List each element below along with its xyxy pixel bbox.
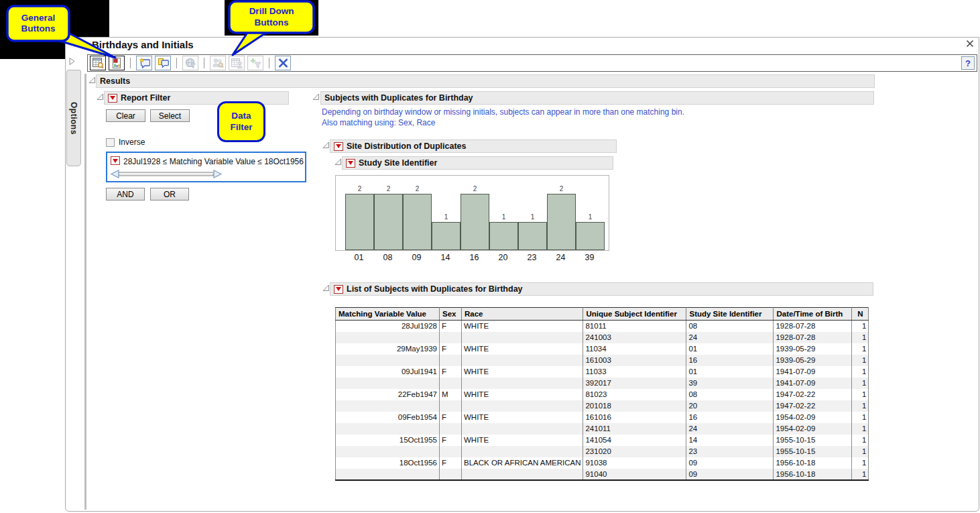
histogram-bar[interactable]: 2: [345, 194, 374, 250]
table-cell[interactable]: 161016: [583, 412, 686, 423]
table-cell[interactable]: 1: [852, 378, 869, 389]
table-cell[interactable]: 16: [686, 355, 774, 366]
table-cell[interactable]: [440, 446, 462, 457]
table-row[interactable]: 18Oct1956FBLACK OR AFRICAN AMERICAN91038…: [336, 457, 869, 469]
list-menu-button[interactable]: [334, 285, 343, 294]
table-cell[interactable]: [462, 446, 583, 457]
table-cell[interactable]: 1: [852, 457, 869, 469]
table-cell[interactable]: M: [440, 389, 462, 400]
histogram-bar[interactable]: 2: [461, 194, 489, 250]
table-row[interactable]: 392017391941-07-091: [336, 378, 869, 389]
table-cell[interactable]: 231020: [583, 446, 686, 457]
histogram-bar[interactable]: 1: [576, 222, 605, 250]
histogram-bar[interactable]: 1: [489, 222, 518, 250]
table-cell[interactable]: [440, 469, 462, 480]
table-cell[interactable]: 1: [852, 332, 869, 343]
table-cell[interactable]: [336, 469, 440, 480]
table-cell[interactable]: 1939-05-29: [774, 343, 852, 355]
column-header[interactable]: N: [852, 308, 869, 321]
table-cell[interactable]: WHITE: [462, 412, 583, 423]
column-header[interactable]: Matching Variable Value: [336, 308, 440, 321]
table-cell[interactable]: 20: [686, 400, 774, 412]
add-note-button[interactable]: [136, 56, 152, 70]
table-cell[interactable]: [336, 446, 440, 457]
site-distribution-menu-button[interactable]: [334, 142, 343, 151]
table-cell[interactable]: WHITE: [462, 321, 583, 332]
table-row[interactable]: 09Feb1954FWHITE161016161954-02-091: [336, 412, 869, 423]
table-cell[interactable]: BLACK OR AFRICAN AMERICAN: [462, 457, 583, 469]
table-row[interactable]: 15Oct1955FWHITE141054141955-10-151: [336, 435, 869, 446]
results-disclosure-icon[interactable]: [88, 76, 96, 84]
table-cell[interactable]: 29May1939: [336, 343, 440, 355]
table-cell[interactable]: 392017: [583, 378, 686, 389]
subjects-header[interactable]: Subjects with Duplicates for Birthday: [320, 91, 874, 105]
table-cell[interactable]: [336, 332, 440, 343]
table-cell[interactable]: 1: [852, 343, 869, 355]
table-cell[interactable]: 1: [852, 366, 869, 378]
list-header[interactable]: List of Subjects with Duplicates for Bir…: [330, 282, 873, 296]
table-cell[interactable]: 1928-07-28: [774, 321, 852, 332]
table-cell[interactable]: 16: [686, 412, 774, 423]
table-cell[interactable]: 1941-07-09: [774, 366, 852, 378]
table-cell[interactable]: [462, 469, 583, 480]
table-cell[interactable]: 11034: [583, 343, 686, 355]
report-filter-disclosure-icon[interactable]: [97, 93, 104, 101]
table-cell[interactable]: 11033: [583, 366, 686, 378]
table-cell[interactable]: [336, 423, 440, 435]
table-cell[interactable]: 141054: [583, 435, 686, 446]
table-cell[interactable]: F: [440, 366, 462, 378]
table-cell[interactable]: WHITE: [462, 343, 583, 355]
table-cell[interactable]: WHITE: [462, 389, 583, 400]
table-cell[interactable]: F: [440, 321, 462, 332]
select-button[interactable]: Select: [150, 109, 190, 122]
table-cell[interactable]: 28Jul1928: [336, 321, 440, 332]
inverse-checkbox[interactable]: [106, 138, 115, 147]
table-cell[interactable]: [440, 355, 462, 366]
table-cell[interactable]: F: [440, 435, 462, 446]
column-header[interactable]: Study Site Identifier: [686, 308, 774, 321]
window-close-button[interactable]: [964, 38, 976, 50]
table-cell[interactable]: 09Jul1941: [336, 366, 440, 378]
table-cell[interactable]: 08: [686, 321, 774, 332]
table-cell[interactable]: [440, 400, 462, 412]
table-cell[interactable]: 09Feb1954: [336, 412, 440, 423]
table-cell[interactable]: [440, 378, 462, 389]
column-header[interactable]: Date/Time of Birth: [774, 308, 852, 321]
table-cell[interactable]: 01: [686, 343, 774, 355]
table-cell[interactable]: [462, 400, 583, 412]
table-row[interactable]: 91040091956-10-181: [336, 469, 869, 480]
table-row[interactable]: 161003161939-05-291: [336, 355, 869, 366]
table-cell[interactable]: 1: [852, 389, 869, 400]
table-cell[interactable]: 1: [852, 446, 869, 457]
column-header[interactable]: Race: [462, 308, 583, 321]
help-button[interactable]: ?: [961, 56, 975, 70]
histogram-bar[interactable]: 2: [547, 194, 576, 250]
table-cell[interactable]: 24: [686, 423, 774, 435]
table-cell[interactable]: [336, 400, 440, 412]
table-cell[interactable]: 241011: [583, 423, 686, 435]
site-distribution-disclosure-icon[interactable]: [322, 141, 330, 149]
study-site-disclosure-icon[interactable]: [334, 158, 342, 166]
table-row[interactable]: 09Jul1941FWHITE11033011941-07-091: [336, 366, 869, 378]
range-slider[interactable]: [110, 168, 223, 180]
or-button[interactable]: OR: [150, 188, 189, 201]
table-cell[interactable]: 91040: [583, 469, 686, 480]
table-row[interactable]: 201018201947-02-221: [336, 400, 869, 412]
table-row[interactable]: 241003241928-07-281: [336, 332, 869, 343]
table-cell[interactable]: 22Feb1947: [336, 389, 440, 400]
table-cell[interactable]: 15Oct1955: [336, 435, 440, 446]
table-cell[interactable]: 1955-10-15: [774, 435, 852, 446]
table-cell[interactable]: 1: [852, 355, 869, 366]
table-cell[interactable]: 1941-07-09: [774, 378, 852, 389]
table-cell[interactable]: 161003: [583, 355, 686, 366]
profile-subjects-button[interactable]: [210, 56, 226, 70]
globe-filter-button[interactable]: [182, 56, 198, 70]
column-header[interactable]: Sex: [440, 308, 462, 321]
histogram-bar[interactable]: 1: [432, 222, 461, 250]
table-cell[interactable]: 09: [686, 469, 774, 480]
report-filter-menu-button[interactable]: [108, 94, 117, 103]
table-cell[interactable]: [336, 355, 440, 366]
table-cell[interactable]: F: [440, 412, 462, 423]
table-row[interactable]: 29May1939FWHITE11034011939-05-291: [336, 343, 869, 355]
table-cell[interactable]: [440, 332, 462, 343]
